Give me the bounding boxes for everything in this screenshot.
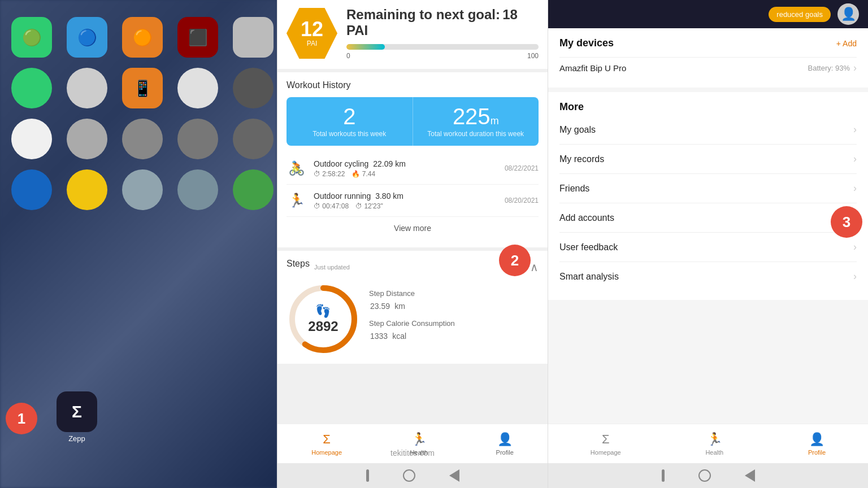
right-profile-label: Profile	[808, 449, 826, 456]
badge-3: 3	[831, 206, 862, 238]
app-icon[interactable]: 🟢	[11, 17, 52, 58]
app-icon[interactable]	[177, 119, 218, 159]
homepage-label: Homepage	[311, 449, 342, 456]
app-icon[interactable]: ⬛	[177, 17, 218, 58]
steps-content: 👣 2892 Step Distance 23.59 km Step Calor…	[287, 282, 539, 356]
right-homepage-icon: Σ	[602, 432, 610, 447]
middle-panel: 12 PAI Remaining to next goal: 18 PAI 0 …	[277, 0, 548, 488]
right-homepage-label: Homepage	[591, 449, 621, 456]
menu-item-friends[interactable]: Friends ›	[559, 174, 857, 203]
chevron-icon: ›	[853, 124, 857, 136]
workout-details-cycling: Outdoor cycling 22.09 km ⏱ 2:58:22 🔥 7.4…	[314, 159, 498, 178]
health-icon: 🏃	[411, 432, 427, 447]
device-name: Amazfit Bip U Pro	[559, 63, 626, 73]
running-date: 08/20/2021	[505, 197, 539, 204]
steps-collapse-icon[interactable]: ∧	[530, 260, 539, 274]
steps-foot-icon: 👣	[308, 304, 338, 319]
homepage-icon: Σ	[323, 432, 331, 447]
workout-item-cycling[interactable]: 🚴 Outdoor cycling 22.09 km ⏱ 2:58:22 🔥 7…	[287, 152, 539, 185]
app-icon[interactable]	[233, 119, 274, 159]
right-back-btn[interactable]	[745, 469, 755, 482]
chevron-icon: ›	[853, 153, 857, 165]
chevron-icon: ›	[853, 271, 857, 282]
menu-item-label: My goals	[559, 125, 596, 135]
menu-item-add-accounts[interactable]: Add accounts › 3	[559, 203, 857, 233]
zepp-icon[interactable]: Σ	[57, 391, 97, 432]
menu-item-smart-analysis[interactable]: Smart analysis ›	[559, 262, 857, 291]
workout-stats: 2 Total workouts this week 225m Total wo…	[287, 97, 539, 146]
menu-item-label: Friends	[559, 184, 589, 194]
pai-hexagon: 12 PAI	[287, 8, 337, 59]
right-health-label: Health	[705, 449, 723, 456]
device-item-amazfit[interactable]: Amazfit Bip U Pro Battery: 93% ›	[559, 57, 857, 79]
app-icon[interactable]	[67, 68, 107, 108]
left-panel: 🟢 🔵 🟠 ⬛ 📱 1 Σ Zepp	[0, 0, 277, 488]
pai-progress-bar	[346, 44, 539, 50]
right-home-btn[interactable]	[698, 469, 711, 482]
app-icon[interactable]	[177, 169, 218, 210]
app-icon[interactable]	[122, 119, 163, 159]
menu-item-my-records[interactable]: My records ›	[559, 145, 857, 174]
workout-item-running[interactable]: 🏃 Outdoor running 3.80 km ⏱ 00:47:08 ⏱ 1…	[287, 185, 539, 217]
app-icon[interactable]	[122, 169, 163, 210]
nav-health[interactable]: 🏃 Health	[401, 428, 437, 460]
right-nav-homepage[interactable]: Σ Homepage	[581, 428, 630, 460]
nav-profile[interactable]: 👤 Profile	[487, 428, 523, 460]
app-icon[interactable]	[233, 17, 274, 58]
home-btn[interactable]	[403, 469, 415, 482]
app-icon[interactable]	[177, 68, 218, 108]
workout-stat-duration: 225m Total workout duration this week	[413, 97, 539, 146]
chevron-icon: ›	[853, 241, 857, 253]
app-icon[interactable]: 🔵	[67, 17, 107, 58]
add-device-button[interactable]: + Add	[836, 39, 857, 48]
app-icon[interactable]	[11, 119, 52, 159]
menu-item-label: Smart analysis	[559, 272, 619, 282]
middle-content: 12 PAI Remaining to next goal: 18 PAI 0 …	[277, 0, 548, 424]
app-icon[interactable]	[233, 169, 274, 210]
menu-item-label: User feedback	[559, 242, 618, 252]
pai-unit: PAI	[307, 40, 317, 47]
badge-1: 1	[6, 403, 37, 434]
steps-circle-container: 👣 2892	[287, 282, 360, 356]
app-icon[interactable]	[11, 68, 52, 108]
steps-title: Steps	[287, 259, 310, 269]
app-icon[interactable]	[233, 68, 274, 108]
view-more-btn[interactable]: View more	[287, 217, 539, 239]
right-health-icon: 🏃	[707, 432, 722, 447]
cycling-date: 08/22/2021	[505, 164, 539, 172]
steps-card: Steps Just updated ∧ 👣 2892	[277, 251, 548, 364]
app-icon[interactable]: 🟠	[122, 17, 163, 58]
devices-section: My devices + Add Amazfit Bip U Pro Batte…	[548, 28, 868, 88]
more-title: More	[559, 101, 857, 113]
nav-homepage[interactable]: Σ Homepage	[302, 428, 351, 460]
right-nav-profile[interactable]: 👤 Profile	[799, 428, 835, 460]
pai-right: Remaining to next goal: 18 PAI 0 100	[346, 7, 539, 60]
reduced-goals-button[interactable]: reduced goals	[769, 7, 831, 22]
app-icon[interactable]	[67, 169, 107, 210]
workout-details-running: Outdoor running 3.80 km ⏱ 00:47:08 ⏱ 12'…	[314, 191, 498, 210]
zepp-label: Zepp	[68, 434, 85, 443]
workout-history-title: Workout History	[287, 80, 539, 90]
more-section: More My goals › My records › Friends › A…	[548, 92, 868, 300]
workout-card: Workout History 2 Total workouts this we…	[277, 72, 548, 247]
menu-item-my-goals[interactable]: My goals ›	[559, 115, 857, 145]
avatar[interactable]: 👤	[837, 3, 859, 25]
back-btn[interactable]	[449, 469, 459, 482]
app-grid: 🟢 🔵 🟠 ⬛ 📱	[11, 17, 266, 210]
health-label: Health	[410, 449, 428, 456]
right-bottom-nav: Σ Homepage 🏃 Health 👤 Profile	[548, 424, 868, 463]
right-nav-health[interactable]: 🏃 Health	[696, 428, 732, 460]
devices-title: My devices	[559, 37, 614, 49]
menu-item-user-feedback[interactable]: User feedback ›	[559, 233, 857, 262]
steps-calories-metric: Step Calorie Consumption 1333 kcal	[369, 319, 539, 342]
app-icon[interactable]: 📱	[122, 68, 163, 108]
bottom-nav: Σ Homepage 🏃 Health 👤 Profile	[277, 424, 548, 463]
app-icon[interactable]	[67, 119, 107, 159]
menu-btn[interactable]	[366, 469, 369, 482]
pai-progress-fill	[346, 44, 385, 50]
pai-number: 12	[301, 19, 323, 40]
app-icon[interactable]	[11, 169, 52, 210]
steps-count: 2892	[308, 319, 338, 334]
right-menu-btn[interactable]	[662, 469, 665, 482]
zepp-app-wrapper: Σ Zepp	[57, 391, 97, 443]
